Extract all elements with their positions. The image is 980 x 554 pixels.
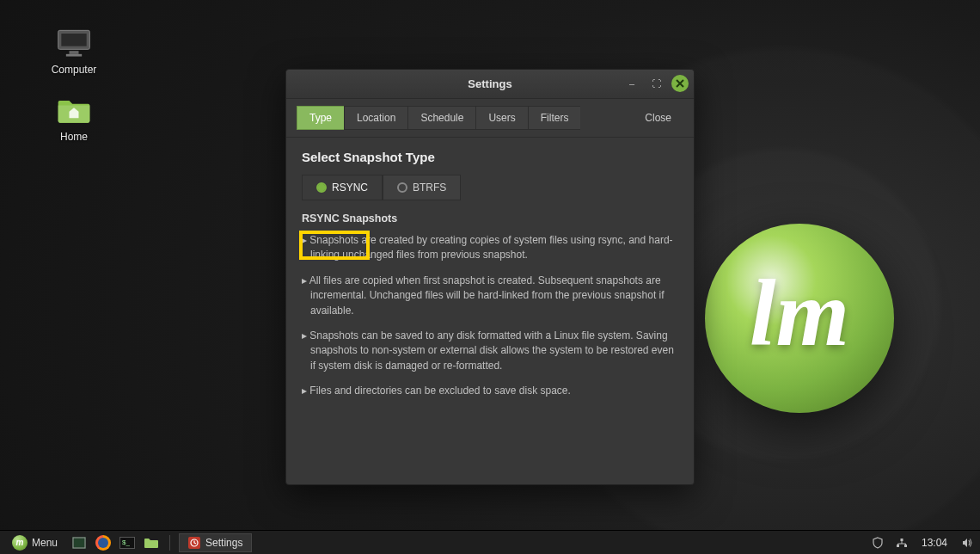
taskbar-app-settings[interactable]: Settings <box>179 533 252 552</box>
window-close-button[interactable] <box>671 75 689 92</box>
rsync-bullet-2: All files are copied when first snapshot… <box>302 274 678 318</box>
svg-rect-4 <box>72 537 86 549</box>
firefox-launcher[interactable] <box>94 533 113 552</box>
terminal-launcher[interactable]: $_ <box>118 533 137 552</box>
taskbar-app-label: Settings <box>205 537 242 549</box>
menu-button[interactable]: m Menu <box>5 533 64 552</box>
tab-users[interactable]: Users <box>475 106 527 130</box>
svg-rect-1 <box>61 34 86 46</box>
taskbar-separator <box>169 535 170 551</box>
snapshot-type-row: RSYNC BTRFS <box>302 175 678 200</box>
section-heading: Select Snapshot Type <box>302 150 678 164</box>
tray-clock[interactable]: 13:04 <box>918 537 951 549</box>
window-maximize-button[interactable]: ⛶ <box>647 75 665 92</box>
home-folder-icon <box>53 93 95 127</box>
desktop-icon-computer-label: Computer <box>41 64 107 76</box>
timeshift-icon <box>188 537 200 549</box>
tray-shield-icon[interactable] <box>870 533 885 552</box>
window-titlebar[interactable]: Settings – ⛶ <box>286 70 694 99</box>
rsync-bullet-3: Snapshots can be saved to any disk forma… <box>302 329 678 373</box>
tab-type[interactable]: Type <box>297 106 344 130</box>
svg-rect-3 <box>66 54 82 57</box>
desktop-icon-home[interactable]: Home <box>41 93 107 143</box>
tray-network-icon[interactable] <box>894 533 910 552</box>
close-button[interactable]: Close <box>633 107 683 129</box>
settings-window: Settings – ⛶ Type Location Schedule User… <box>285 69 695 485</box>
files-icon <box>144 537 159 549</box>
svg-rect-8 <box>904 545 907 547</box>
snapshot-type-rsync[interactable]: RSYNC <box>302 175 383 200</box>
desktop-icon-home-label: Home <box>41 131 107 143</box>
mint-logo-wallpaper: lm <box>705 224 894 413</box>
rsync-bullet-4: Files and directories can be excluded to… <box>302 384 678 398</box>
firefox-icon <box>95 535 111 551</box>
svg-rect-7 <box>897 545 899 547</box>
terminal-icon: $_ <box>119 537 135 549</box>
rsync-bullet-1: Snapshots are created by creating copies… <box>302 233 678 263</box>
tab-location[interactable]: Location <box>344 106 407 130</box>
snapshot-type-btrfs[interactable]: BTRFS <box>383 175 461 200</box>
tray-volume-icon[interactable] <box>959 533 975 552</box>
files-launcher[interactable] <box>142 533 161 552</box>
window-content: Select Snapshot Type RSYNC BTRFS RSYNC S… <box>286 138 694 484</box>
show-desktop-button[interactable] <box>70 533 89 552</box>
radio-unselected-icon <box>397 182 407 193</box>
snapshot-type-rsync-label: RSYNC <box>332 182 368 194</box>
menu-button-label: Menu <box>32 537 58 549</box>
taskbar: m Menu $_ Settings 13:04 <box>0 530 980 554</box>
mint-logo-icon: m <box>12 535 28 551</box>
system-tray: 13:04 <box>870 533 975 552</box>
svg-rect-9 <box>900 539 903 541</box>
tab-row: Type Location Schedule Users Filters Clo… <box>286 99 694 138</box>
desktop-icon-computer[interactable]: Computer <box>41 26 107 76</box>
snapshot-type-btrfs-label: BTRFS <box>413 182 446 194</box>
monitor-icon <box>53 26 95 60</box>
tab-filters[interactable]: Filters <box>528 106 581 130</box>
radio-selected-icon <box>316 182 327 193</box>
rsync-subheading: RSYNC Snapshots <box>302 212 678 225</box>
svg-rect-2 <box>70 51 79 54</box>
tab-schedule[interactable]: Schedule <box>407 106 475 130</box>
window-minimize-button[interactable]: – <box>623 75 640 92</box>
